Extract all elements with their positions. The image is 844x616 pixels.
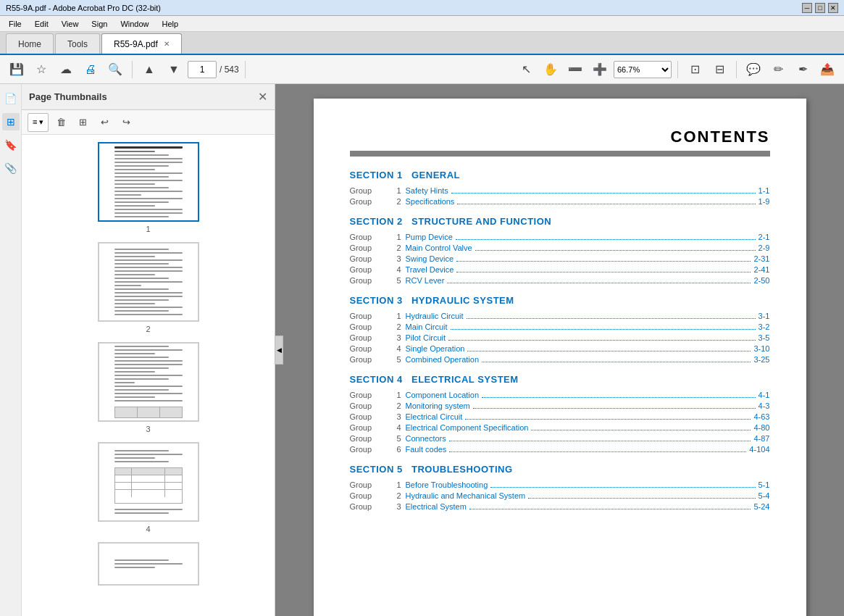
toc-entry-title: Main Control Valve <box>406 244 472 252</box>
tab-close-icon[interactable]: ✕ <box>164 40 170 48</box>
toc-page-num: 2-50 <box>753 276 769 285</box>
toc-num: 1 <box>390 480 401 489</box>
toc-group-label: Group <box>350 344 390 353</box>
toc-entry-title: Pilot Circuit <box>406 333 446 342</box>
toc-entry-5-1[interactable]: Group 1 Before Troubleshooting 5-1 <box>350 480 770 489</box>
prev-page-button[interactable]: ▲ <box>138 59 160 80</box>
pdf-content-area[interactable]: CONTENTS SECTION 1 GENERAL Group 1 Safet… <box>275 84 844 616</box>
left-icon-bar: 📄 ⊞ 🔖 📎 <box>0 84 22 616</box>
toc-entry-1-2[interactable]: Group 2 Specifications 1-9 <box>350 197 770 206</box>
attachments-icon[interactable]: 📎 <box>2 159 20 177</box>
share-button[interactable]: 📤 <box>816 59 838 80</box>
zoom-out-button[interactable]: ➖ <box>564 59 586 80</box>
toc-entry-4-6[interactable]: Group 6 Fault codes 4-104 <box>350 445 770 454</box>
bookmarks-icon[interactable]: 🔖 <box>2 136 20 154</box>
fit-page-button[interactable]: ⊡ <box>684 59 706 80</box>
menu-edit[interactable]: Edit <box>29 18 54 30</box>
toc-page-num: 5-1 <box>759 480 770 489</box>
toc-page-num: 4-3 <box>759 401 770 410</box>
toc-entry-2-2[interactable]: Group 2 Main Control Valve 2-9 <box>350 244 770 252</box>
toc-entry-3-2[interactable]: Group 2 Main Circuit 3-2 <box>350 322 770 331</box>
tab-home[interactable]: Home <box>6 33 54 54</box>
menu-file[interactable]: File <box>3 18 28 30</box>
toc-entry-3-5[interactable]: Group 5 Combined Operation 3-25 <box>350 355 770 364</box>
sidebar-delete-button[interactable]: 🗑 <box>51 113 70 132</box>
toc-entry-title: Hydraulic Circuit <box>406 312 464 320</box>
sidebar-view-options[interactable]: ≡ ▾ <box>28 113 49 132</box>
toc-page-num: 5-4 <box>759 491 770 500</box>
stamp-button[interactable]: ✒ <box>792 59 814 80</box>
zoom-select[interactable]: 66.7% 50% 75% 100% 125% 150% 200% <box>614 61 672 78</box>
toolbar: 💾 ☆ ☁ 🖨 🔍 ▲ ▼ / 543 ↖ ✋ ➖ ➕ 66.7% 50% 75… <box>0 55 844 84</box>
toc-entry-4-3[interactable]: Group 3 Electrical Circuit 4-63 <box>350 412 770 421</box>
menu-window[interactable]: Window <box>114 18 154 30</box>
thumbnail-2[interactable]: 2 <box>98 242 199 333</box>
print-button[interactable]: 🖨 <box>80 59 101 80</box>
menu-help[interactable]: Help <box>156 18 185 30</box>
toc-entry-2-4[interactable]: Group 4 Travel Device 2-41 <box>350 265 770 274</box>
hand-tool-button[interactable]: ✋ <box>540 59 561 80</box>
sidebar-header: Page Thumbnails ✕ <box>22 84 275 110</box>
thumbnail-1-image <box>98 142 199 222</box>
toc-divider-bar <box>350 151 770 157</box>
toc-entry-title: Main Circuit <box>406 322 448 331</box>
cloud-button[interactable]: ☁ <box>55 59 77 80</box>
sidebar-collapse-button[interactable]: ◀ <box>275 336 283 365</box>
page-number-input[interactable] <box>188 61 217 78</box>
sidebar-redo-button[interactable]: ↪ <box>117 113 135 132</box>
toc-num: 2 <box>390 244 401 252</box>
nav-controls: ▲ ▼ / 543 <box>138 59 239 80</box>
tab-tools[interactable]: Tools <box>55 33 100 54</box>
toc-page-num: 3-25 <box>753 355 769 364</box>
toc-entry-title: RCV Lever <box>406 276 445 285</box>
toc-entry-4-2[interactable]: Group 2 Monitoring system 4-3 <box>350 401 770 410</box>
search-button[interactable]: 🔍 <box>104 59 126 80</box>
toc-entry-5-2[interactable]: Group 2 Hydraulic and Mechanical System … <box>350 491 770 500</box>
bookmark-button[interactable]: ☆ <box>30 59 52 80</box>
thumbnail-5[interactable] <box>98 542 199 586</box>
toc-num: 5 <box>390 355 401 364</box>
toc-entry-2-3[interactable]: Group 3 Swing Device 2-31 <box>350 254 770 263</box>
zoom-in-button[interactable]: ➕ <box>589 59 611 80</box>
toc-entry-1-1[interactable]: Group 1 Safety Hints 1-1 <box>350 186 770 195</box>
toc-entry-3-4[interactable]: Group 4 Single Operation 3-10 <box>350 344 770 353</box>
thumbnail-4[interactable]: 4 <box>98 442 199 533</box>
sidebar-undo-button[interactable]: ↩ <box>95 113 114 132</box>
menu-view[interactable]: View <box>56 18 85 30</box>
toc-entry-title: Before Troubleshooting <box>406 480 488 489</box>
menu-sign[interactable]: Sign <box>85 18 113 30</box>
toc-dots <box>469 509 751 509</box>
section-1-title: SECTION 1 GENERAL <box>350 170 770 180</box>
close-window-button[interactable]: ✕ <box>828 3 838 13</box>
sidebar-content[interactable]: 1 <box>22 135 275 616</box>
tab-pdf[interactable]: R55-9A.pdf ✕ <box>101 33 182 54</box>
sidebar-close-button[interactable]: ✕ <box>258 90 267 104</box>
pages-icon[interactable]: 📄 <box>2 90 20 107</box>
toc-page-num: 2-31 <box>753 254 769 263</box>
toc-entry-3-1[interactable]: Group 1 Hydraulic Circuit 3-1 <box>350 312 770 320</box>
toc-entry-2-1[interactable]: Group 1 Pump Device 2-1 <box>350 233 770 241</box>
toc-entry-5-3[interactable]: Group 3 Electrical System 5-24 <box>350 502 770 511</box>
toc-dots <box>451 329 756 330</box>
sidebar-title: Page Thumbnails <box>29 91 107 102</box>
toc-group-label: Group <box>350 423 390 432</box>
toc-entry-3-3[interactable]: Group 3 Pilot Circuit 3-5 <box>350 333 770 342</box>
next-page-button[interactable]: ▼ <box>163 59 185 80</box>
select-tool-button[interactable]: ↖ <box>515 59 537 80</box>
thumbnail-1[interactable]: 1 <box>98 142 199 233</box>
highlight-button[interactable]: ✏ <box>767 59 789 80</box>
maximize-button[interactable]: □ <box>815 3 825 13</box>
toc-entry-4-1[interactable]: Group 1 Component Location 4-1 <box>350 391 770 399</box>
fit-width-button[interactable]: ⊟ <box>709 59 730 80</box>
toc-entry-4-5[interactable]: Group 5 Connectors 4-87 <box>350 434 770 443</box>
toc-entry-4-4[interactable]: Group 4 Electrical Component Specificati… <box>350 423 770 432</box>
toolbar-divider-1 <box>132 61 133 78</box>
thumbnail-3[interactable]: 3 <box>98 342 199 433</box>
toc-group-label: Group <box>350 355 390 364</box>
sidebar-move-button[interactable]: ⊞ <box>73 113 92 132</box>
thumbnails-icon[interactable]: ⊞ <box>2 113 20 130</box>
toc-entry-2-5[interactable]: Group 5 RCV Lever 2-50 <box>350 276 770 285</box>
minimize-button[interactable]: ─ <box>802 3 812 13</box>
comment-button[interactable]: 💬 <box>743 59 764 80</box>
save-button[interactable]: 💾 <box>6 59 28 80</box>
